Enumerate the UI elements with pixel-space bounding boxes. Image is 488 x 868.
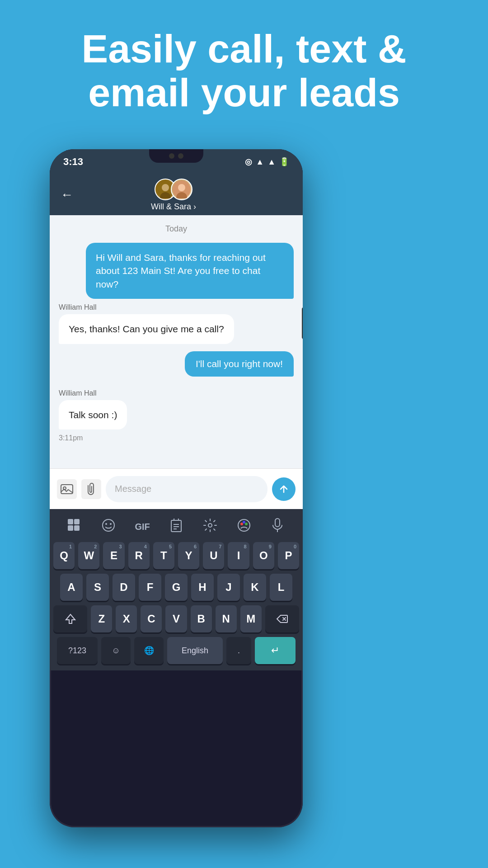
chat-area: Today Hi Will and Sara, thanks for reach… (50, 215, 303, 468)
phone-notch (149, 149, 203, 163)
svg-point-1 (162, 184, 169, 191)
key-g[interactable]: G (165, 574, 188, 601)
status-time: 3:13 (63, 156, 83, 168)
contact-info[interactable]: Will & Sara › (151, 179, 196, 212)
contact-name: Will & Sara › (151, 202, 196, 212)
svg-rect-6 (61, 485, 73, 494)
message-outgoing-2: I'll call you right now! (185, 351, 294, 377)
hero-text: Easily call, text & email your leads (0, 27, 488, 115)
keyboard: GIF (50, 509, 303, 670)
key-globe[interactable]: 🌐 (134, 637, 164, 664)
phone-shell: 3:13 ◎ ▲ ▲ 🔋 ← (50, 149, 303, 827)
kb-icon-microphone[interactable] (266, 518, 289, 536)
phone-side-button (302, 307, 303, 339)
svg-point-13 (105, 523, 107, 525)
kb-icon-settings[interactable] (199, 519, 221, 535)
svg-rect-11 (74, 525, 80, 531)
message-incoming-1: Yes, thanks! Can you give me a call? (59, 314, 234, 344)
key-j[interactable]: J (217, 574, 240, 601)
svg-rect-8 (68, 519, 73, 524)
keyboard-toolbar: GIF (53, 514, 299, 542)
kb-icon-clipboard[interactable] (165, 519, 188, 535)
svg-rect-24 (275, 519, 280, 527)
key-i[interactable]: 8I (228, 542, 249, 569)
key-backspace[interactable] (265, 605, 299, 632)
key-n[interactable]: N (216, 605, 237, 632)
camera-dot (169, 153, 174, 159)
key-period[interactable]: . (226, 637, 251, 664)
key-c[interactable]: C (141, 605, 162, 632)
vibrate-icon: ◎ (245, 157, 252, 167)
hero-line1: Easily call, text & (27, 27, 461, 71)
key-e[interactable]: 3E (103, 542, 124, 569)
key-d[interactable]: D (113, 574, 135, 601)
date-label: Today (59, 224, 294, 234)
app-bar: ← (50, 175, 303, 215)
image-attach-button[interactable] (57, 479, 77, 499)
svg-rect-10 (68, 525, 73, 531)
avatar-group (155, 179, 192, 200)
key-x[interactable]: X (116, 605, 137, 632)
sensor-dot (178, 153, 183, 159)
wifi-icon: ▲ (256, 157, 264, 167)
key-space[interactable]: English (167, 637, 223, 664)
svg-point-12 (103, 519, 114, 531)
key-o[interactable]: 9O (253, 542, 274, 569)
keyboard-bottom-row: ?123 ☺ 🌐 English . ↵ (53, 637, 299, 670)
kb-icon-gif[interactable]: GIF (131, 522, 154, 532)
key-l[interactable]: L (270, 574, 292, 601)
key-t[interactable]: 5T (153, 542, 174, 569)
key-r[interactable]: 4R (128, 542, 150, 569)
key-w[interactable]: 2W (78, 542, 99, 569)
battery-icon: 🔋 (279, 157, 289, 167)
svg-point-23 (243, 521, 245, 524)
key-numswitch[interactable]: ?123 (57, 637, 98, 664)
svg-point-4 (178, 184, 185, 191)
key-shift[interactable] (53, 605, 87, 632)
svg-rect-9 (74, 519, 80, 524)
message-incoming-2: Talk soon :) (59, 400, 127, 429)
signal-icon: ▲ (267, 157, 276, 167)
key-b[interactable]: B (191, 605, 212, 632)
send-button[interactable] (272, 477, 296, 501)
key-u[interactable]: 7U (203, 542, 224, 569)
key-f[interactable]: F (139, 574, 161, 601)
hero-line2: email your leads (27, 71, 461, 115)
msg-timestamp: 3:11pm (59, 434, 294, 442)
key-v[interactable]: V (165, 605, 187, 632)
svg-point-14 (110, 523, 112, 525)
svg-point-19 (208, 524, 212, 527)
svg-point-21 (240, 523, 243, 525)
kb-icon-emoji[interactable] (97, 519, 120, 535)
keyboard-row-3: Z X C V B N M (53, 605, 299, 632)
key-h[interactable]: H (191, 574, 214, 601)
key-z[interactable]: Z (91, 605, 112, 632)
sender-name-2: William Hall (59, 389, 294, 397)
file-attach-button[interactable] (81, 479, 101, 499)
key-enter[interactable]: ↵ (255, 637, 296, 664)
kb-icon-grid[interactable] (63, 519, 86, 535)
svg-rect-15 (171, 520, 181, 532)
svg-point-22 (245, 523, 248, 525)
message-outgoing-1: Hi Will and Sara, thanks for reaching ou… (86, 243, 294, 299)
key-y[interactable]: 6Y (178, 542, 199, 569)
key-q[interactable]: 1Q (53, 542, 75, 569)
keyboard-row-2: A S D F G H J K L (53, 574, 299, 601)
kb-icon-theme[interactable] (233, 519, 255, 535)
sender-name-1: William Hall (59, 303, 294, 311)
back-button[interactable]: ← (61, 188, 73, 202)
key-k[interactable]: K (244, 574, 266, 601)
key-a[interactable]: A (60, 574, 83, 601)
key-m[interactable]: M (240, 605, 262, 632)
key-emoji[interactable]: ☺ (101, 637, 131, 664)
key-p[interactable]: 0P (278, 542, 299, 569)
key-s[interactable]: S (86, 574, 109, 601)
status-icons: ◎ ▲ ▲ 🔋 (245, 157, 289, 167)
keyboard-row-1: 1Q 2W 3E 4R 5T 6Y 7U 8I 9O 0P (53, 542, 299, 569)
message-input[interactable]: Message (106, 476, 267, 502)
avatar-female (171, 179, 192, 200)
message-input-bar: Message (50, 468, 303, 509)
